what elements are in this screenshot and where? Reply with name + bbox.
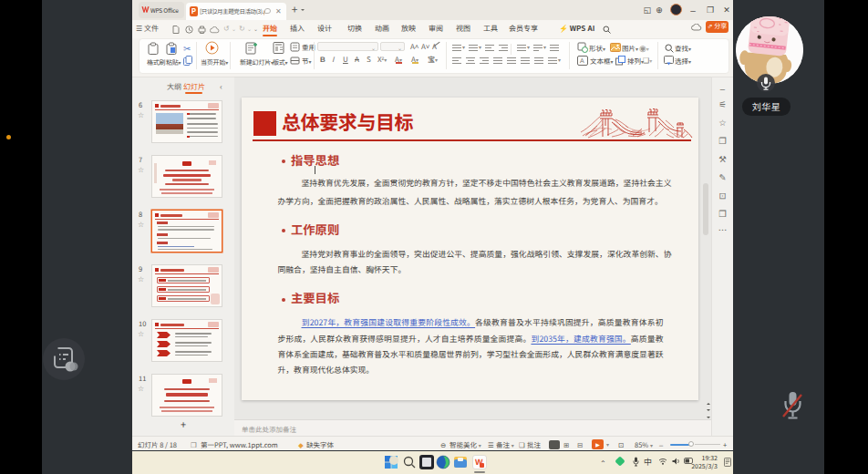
svg-text:A: A: [580, 58, 584, 65]
